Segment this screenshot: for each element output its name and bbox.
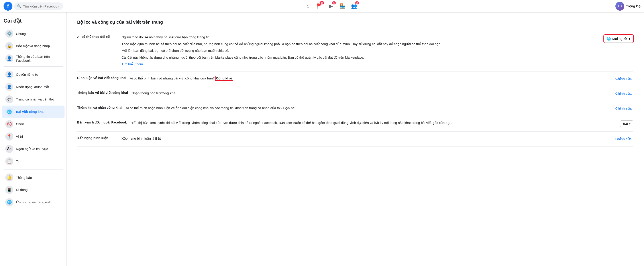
face-icon: 👤 (5, 83, 13, 91)
sidebar-item-bai-viet[interactable]: 🌐 Bài viết công khai (2, 106, 64, 118)
globe-icon: 🌐 (607, 37, 611, 41)
sidebar-item-label: Tin (16, 159, 20, 163)
topnav-center: ⌂ 🚩9+ ▶6 🏪 👥2 (68, 1, 594, 11)
follow-label: Ai có thể theo dõi tôi (77, 35, 122, 39)
comment-action: Chỉnh sửa (607, 76, 633, 82)
comment-rank-edit-button[interactable]: Chỉnh sửa (614, 136, 633, 142)
language-icon: Aa (5, 145, 13, 153)
sidebar-item-label: Ứng dụng và trang web (16, 200, 51, 204)
preview-label: Bản xem trước ngoài Facebook (77, 120, 130, 124)
sidebar-item-label: Chặn (16, 122, 24, 126)
person-icon: 👤 (5, 54, 13, 62)
sidebar-item-thong-bao[interactable]: 🔔 Thông báo (2, 171, 64, 184)
sidebar-item-nhan-dang[interactable]: 👤 Nhận dạng khuôn mặt (2, 81, 64, 93)
location-icon: 📍 (5, 133, 13, 140)
sidebar-item-ung-dung[interactable]: 🌐 Ứng dụng và trang web (2, 196, 64, 208)
nav-home-button[interactable]: ⌂ (302, 1, 313, 11)
sidebar-title: Cài đặt (0, 16, 66, 27)
sidebar-item-label: Di động (16, 188, 28, 192)
settings-row-notification: Thông báo về bài viết công khai Nhận thô… (77, 86, 633, 101)
preview-action: Bật ÷ (607, 120, 633, 127)
mobile-icon: 📱 (5, 186, 13, 194)
notification-label: Thông báo về bài viết công khai (77, 91, 132, 95)
nav-marketplace-button[interactable]: 🏪 (337, 1, 348, 11)
everyone-button[interactable]: 🌐 Mọi người ▾ (604, 35, 633, 43)
comment-value: Công khai (216, 76, 233, 80)
sidebar-item-chung[interactable]: ⚙️ Chung (2, 27, 64, 40)
comment-rank-content: Xếp hạng bình luận là Bật (122, 136, 607, 141)
comment-rank-action: Chỉnh sửa (607, 136, 633, 142)
comment-label: Bình luận về bài viết công khai (77, 76, 130, 80)
sidebar-item-di-dong[interactable]: 📱 Di động (2, 184, 64, 196)
lock-icon: 🔒 (5, 42, 13, 50)
sidebar-item-label: Trang cá nhân và gắn thẻ (16, 97, 54, 101)
page-title: Bộ lọc và công cụ của bài viết trên tran… (77, 19, 633, 25)
search-input[interactable] (23, 4, 60, 8)
comment-content: Ai có thể bình luận về những bài viết cô… (130, 76, 607, 81)
sidebar-item-vi-tri[interactable]: 📍 Vị trí (2, 130, 64, 143)
public-info-label: Thông tin cá nhân công khai (77, 106, 126, 109)
sidebar-item-tin[interactable]: 📋 Tin (2, 155, 64, 167)
news-icon: 📋 (5, 157, 13, 165)
sidebar-item-label: Nhận dạng khuôn mặt (16, 85, 49, 89)
topnav-right: TD Trọng Đạ (596, 2, 640, 11)
sidebar-item-chan[interactable]: 🚫 Chặn (2, 118, 64, 130)
comment-rank-label: Xếp hạng bình luận (77, 136, 122, 140)
sidebar-item-label: Bài viết công khai (16, 110, 44, 114)
sidebar-divider-2 (4, 169, 63, 169)
everyone-label: Mọi người (612, 37, 627, 41)
sidebar-item-trang-ca-nhan[interactable]: 🏷 Trang cá nhân và gắn thẻ (2, 93, 64, 106)
avatar[interactable]: TD (616, 2, 624, 11)
sidebar-item-quyen-rieng-tu[interactable]: 👤 Quyền riêng tư (2, 68, 64, 81)
comment-edit-button[interactable]: Chỉnh sửa (614, 76, 633, 82)
privacy-icon: 👤 (5, 71, 13, 79)
avatar-image: TD (616, 2, 624, 11)
settings-row-comment: Bình luận về bài viết công khai Ai có th… (77, 71, 633, 86)
public-info-edit-button[interactable]: Chỉnh sửa (614, 106, 633, 111)
notification-value: Công khai (160, 91, 176, 95)
bell-icon: 🔔 (5, 173, 13, 181)
nav-watch-button[interactable]: ▶6 (326, 1, 336, 11)
sidebar: Cài đặt ⚙️ Chung 🔒 Bảo mật và đăng nhập … (0, 12, 66, 266)
groups-badge: 2 (355, 1, 359, 4)
watch-badge: 6 (332, 1, 336, 4)
public-info-value: Bạn bè (283, 106, 294, 110)
sidebar-item-label: Ngôn ngữ và khu vực (16, 147, 48, 151)
sidebar-item-label: Thông báo (16, 176, 32, 179)
comment-rank-value: Bật (155, 136, 161, 140)
sidebar-item-label: Bảo mật và đăng nhập (16, 44, 50, 48)
settings-row-comment-rank: Xếp hạng bình luận Xếp hạng bình luận là… (77, 132, 633, 146)
gear-icon: ⚙️ (5, 30, 13, 38)
public-post-icon: 🌐 (5, 108, 13, 116)
notification-content: Nhận thông báo từ Công khai (132, 91, 607, 96)
facebook-logo[interactable]: f (4, 2, 12, 11)
notification-edit-button[interactable]: Chỉnh sửa (614, 91, 633, 97)
settings-row-follow: Ai có thể theo dõi tôi Người theo dõi sẽ… (77, 30, 633, 71)
block-icon: 🚫 (5, 120, 13, 128)
nav-groups-button[interactable]: 👥2 (348, 1, 359, 11)
search-icon: 🔍 (17, 4, 21, 8)
chevron-down-icon: ▾ (629, 37, 630, 41)
preview-content: Hiển thị bản xem trước khi bài viết tron… (130, 120, 607, 126)
app-icon: 🌐 (5, 198, 13, 206)
tag-icon: 🏷 (5, 95, 13, 103)
sidebar-item-label: Chung (16, 32, 26, 36)
sidebar-item-label: Quyền riêng tư (16, 73, 38, 77)
friends-badge: 9+ (320, 1, 324, 4)
settings-row-public-info: Thông tin cá nhân công khai Ai có thể th… (77, 101, 633, 116)
public-info-content: Ai có thể thích hoặc bình luận về ảnh đạ… (126, 106, 607, 111)
sidebar-item-bao-mat[interactable]: 🔒 Bảo mật và đăng nhập (2, 40, 64, 52)
settings-row-preview: Bản xem trước ngoài Facebook Hiển thị bả… (77, 116, 633, 132)
sidebar-item-label: Thông tin của bạn trên Facebook (16, 55, 61, 62)
public-info-action: Chỉnh sửa (607, 106, 633, 111)
sidebar-item-thong-tin[interactable]: 👤 Thông tin của bạn trên Facebook (2, 52, 64, 65)
sidebar-item-ngon-ngu[interactable]: Aa Ngôn ngữ và khu vực (2, 143, 64, 155)
follow-content: Người theo dõi sẽ nhìn thấy bài viết của… (122, 35, 604, 67)
preview-toggle-button[interactable]: Bật ÷ (620, 120, 633, 127)
layout: Cài đặt ⚙️ Chung 🔒 Bảo mật và đăng nhập … (0, 12, 644, 266)
nav-friends-button[interactable]: 🚩9+ (314, 1, 325, 11)
sidebar-divider (4, 66, 63, 67)
search-bar[interactable]: 🔍 (14, 2, 63, 10)
follow-action: 🌐 Mọi người ▾ (604, 35, 633, 43)
learn-more-link[interactable]: Tìm hiểu thêm (122, 62, 143, 66)
